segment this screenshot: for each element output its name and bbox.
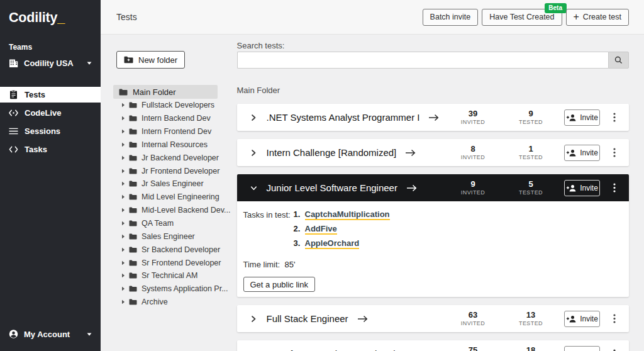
more-options-button[interactable] [609,109,620,126]
tasks-in-test-label: Tasks in test: [243,209,294,253]
have-test-created-button[interactable]: Have Test Created Beta [482,9,562,26]
invited-count: 39 [448,109,498,118]
test-row[interactable]: .NET Systems Analyst Programmer I39INVIT… [237,104,630,131]
logo-text: Codility [9,10,57,25]
folder-tree-item[interactable]: Internal Resources [116,138,231,152]
invite-button[interactable]: Invite [564,311,600,327]
caret-right-icon [121,155,125,160]
tests-panel: Search tests: Main Folder .NET Systems A… [231,35,644,351]
new-folder-button[interactable]: New folder [116,51,185,69]
folder-tree-item[interactable]: Sales Engineer [116,230,231,243]
codility-logo[interactable]: Codility_ [9,9,101,26]
person-icon [9,329,18,339]
folder-tree-item[interactable]: Intern Backend Dev [116,112,231,125]
caret-right-icon [121,142,125,147]
tested-stat: 18TESTED [506,346,556,351]
kebab-icon [613,183,616,192]
folder-item-main[interactable]: Main Folder [113,85,218,99]
caret-right-icon [121,273,125,278]
team-selector[interactable]: Codility USA [9,57,92,69]
invited-label: INVITED [448,120,498,125]
chevron-right-icon[interactable] [250,315,257,323]
invited-count: 8 [448,145,498,153]
chevron-right-icon[interactable] [250,149,257,157]
caret-right-icon [121,299,125,304]
test-title[interactable]: Junior Level Software Engineer [267,182,397,193]
chevron-right-icon[interactable] [250,114,257,121]
search-row [237,52,630,69]
invite-button[interactable]: Invite [564,145,600,161]
caret-right-icon [121,234,125,239]
new-folder-label: New folder [138,55,177,65]
folder-name: Jr Backend Developer [142,153,219,162]
create-test-button[interactable]: +Create test [566,9,629,26]
more-options-button[interactable] [609,346,620,351]
my-account[interactable]: My Account [0,321,101,347]
folder-tree-item[interactable]: Sr Frontend Developer [116,256,231,269]
create-test-label: Create test [583,13,621,21]
folder-name: Systems Application Pr... [142,284,228,293]
task-number: 3. [294,238,304,248]
sidebar-item-sessions[interactable]: Sessions [0,123,101,139]
test-row[interactable]: Intern Challenge [Randomized]8INVITED1TE… [237,139,630,166]
more-options-button[interactable] [609,180,620,196]
folder-tree-item[interactable]: QA Team [116,217,231,230]
task-link[interactable]: AppleOrchard [305,238,360,249]
beta-badge: Beta [545,3,567,13]
test-row[interactable]: Full Stack Engineer63INVITED13TESTEDInvi… [237,305,630,332]
folder-tree-item[interactable]: Jr Frontend Developer [116,164,231,177]
folder-tree-item[interactable]: Fullstack Developers [116,99,231,112]
invited-stat: 75INVITED [448,346,498,351]
folder-name: Main Folder [133,87,176,97]
sidebar-item-tasks[interactable]: Tasks [0,142,101,157]
batch-invite-button[interactable]: Batch invite [423,9,479,26]
caret-right-icon [121,260,125,265]
tested-count: 18 [506,346,556,351]
folder-name: Archive [142,298,168,306]
more-options-button[interactable] [609,145,620,161]
chevron-down-icon[interactable] [250,185,257,191]
folder-plus-icon [124,56,133,64]
folder-icon [129,115,137,121]
arrow-right-icon[interactable] [405,149,416,157]
app: Codility_ Teams Codility USA TestsCodeLi… [0,0,644,351]
invite-button[interactable]: Invite [564,180,600,196]
test-row[interactable]: Sr Software Engineer Backend75INVITED18T… [237,340,630,351]
more-options-button[interactable] [609,311,620,327]
test-row[interactable]: Junior Level Software Engineer9INVITED5T… [237,174,630,201]
test-title[interactable]: .NET Systems Analyst Programmer I [267,112,420,123]
folder-name: Intern Frontend Dev [142,127,211,136]
task-link[interactable]: CaptchaMultiplication [305,209,390,220]
search-label: Search tests: [237,41,630,51]
kebab-icon [613,113,616,122]
folder-tree-item[interactable]: Mid-Level Backend Dev... [116,204,231,217]
folder-tree-item[interactable]: Jr Sales Engineer [116,177,231,191]
invite-button[interactable]: Invite [564,346,600,351]
search-button[interactable] [608,52,629,69]
folder-tree-item[interactable]: Intern Frontend Dev [116,125,231,138]
arrow-right-icon[interactable] [428,114,439,121]
test-title[interactable]: Sr Software Engineer Backend [267,348,396,351]
folder-tree-item[interactable]: Sr Backend Developer [116,243,231,256]
arrow-right-icon[interactable] [406,184,417,192]
tested-stat: 5TESTED [506,180,556,196]
folder-name: Sr Technical AM [142,271,197,280]
folder-tree-item[interactable]: Systems Application Pr... [116,282,231,296]
folder-tree-item[interactable]: Sr Technical AM [116,269,231,282]
get-public-link-button[interactable]: Get a public link [243,277,316,292]
task-link[interactable]: AddFive [305,224,337,235]
time-limit-label: Time limit: [243,260,285,269]
arrow-right-icon[interactable] [357,315,368,323]
test-title[interactable]: Intern Challenge [Randomized] [267,147,397,158]
sidebar-item-tests[interactable]: Tests [0,87,101,103]
folder-tree-item[interactable]: Mid Level Engineering [116,191,231,204]
folder-name: Sr Frontend Developer [142,259,221,267]
sidebar-item-codelive[interactable]: CodeLive [0,105,101,121]
folder-tree-item[interactable]: Jr Backend Developer [116,151,231,164]
invite-button[interactable]: Invite [564,109,600,126]
search-input[interactable] [237,52,609,69]
person-plus-icon [566,184,577,192]
folder-tree-item[interactable]: Archive [116,296,231,309]
test-title[interactable]: Full Stack Engineer [267,313,348,324]
folder-name: Intern Backend Dev [142,114,211,123]
